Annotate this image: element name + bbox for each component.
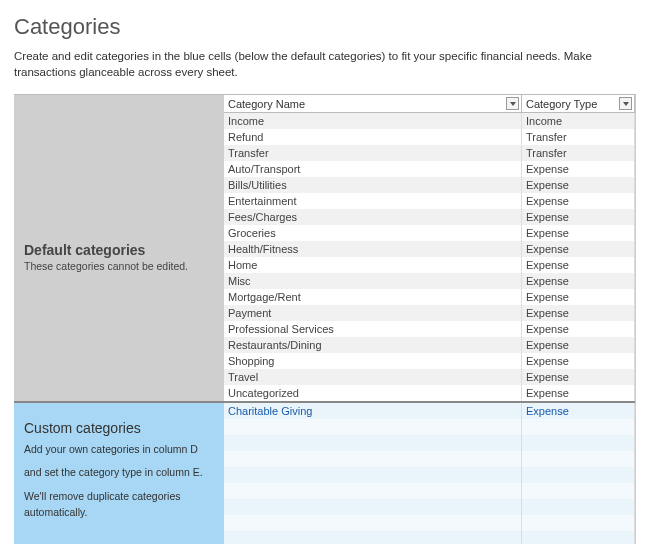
table-row[interactable] bbox=[224, 483, 635, 499]
category-type-cell: Expense bbox=[522, 209, 635, 225]
table-row[interactable] bbox=[224, 531, 635, 544]
table-row[interactable] bbox=[224, 451, 635, 467]
table-row: EntertainmentExpense bbox=[224, 193, 635, 209]
categories-sheet: Default categories These categories cann… bbox=[14, 94, 636, 544]
category-name-cell: Shopping bbox=[224, 353, 522, 369]
category-name-cell[interactable] bbox=[224, 515, 522, 531]
table-row: Restaurants/DiningExpense bbox=[224, 337, 635, 353]
filter-dropdown-icon[interactable] bbox=[506, 97, 519, 110]
category-type-cell[interactable]: Expense bbox=[522, 403, 635, 419]
table-row[interactable]: Charitable GivingExpense bbox=[224, 403, 635, 419]
filter-dropdown-icon[interactable] bbox=[619, 97, 632, 110]
column-header-type-label: Category Type bbox=[526, 98, 597, 110]
category-type-cell[interactable] bbox=[522, 499, 635, 515]
table-row: TravelExpense bbox=[224, 369, 635, 385]
table-row: Mortgage/RentExpense bbox=[224, 289, 635, 305]
custom-categories-title: Custom categories bbox=[24, 420, 214, 436]
category-type-cell[interactable] bbox=[522, 467, 635, 483]
table-row: Auto/TransportExpense bbox=[224, 161, 635, 177]
custom-categories-line2: and set the category type in column E. bbox=[24, 465, 214, 481]
table-row[interactable] bbox=[224, 435, 635, 451]
custom-categories-line1: Add your own categories in column D bbox=[24, 442, 214, 458]
table-row: Health/FitnessExpense bbox=[224, 241, 635, 257]
default-categories-subtitle: These categories cannot be edited. bbox=[24, 260, 214, 272]
category-type-cell: Transfer bbox=[522, 145, 635, 161]
table-row: UncategorizedExpense bbox=[224, 385, 635, 401]
category-name-cell[interactable] bbox=[224, 467, 522, 483]
table-row: Fees/ChargesExpense bbox=[224, 209, 635, 225]
category-name-cell: Fees/Charges bbox=[224, 209, 522, 225]
category-type-cell: Expense bbox=[522, 321, 635, 337]
category-type-cell: Expense bbox=[522, 337, 635, 353]
category-type-cell: Expense bbox=[522, 289, 635, 305]
category-name-cell: Travel bbox=[224, 369, 522, 385]
category-name-cell: Groceries bbox=[224, 225, 522, 241]
column-header-name-label: Category Name bbox=[228, 98, 305, 110]
category-name-cell: Income bbox=[224, 113, 522, 129]
table-row: Professional ServicesExpense bbox=[224, 321, 635, 337]
category-type-cell[interactable] bbox=[522, 483, 635, 499]
category-name-cell: Home bbox=[224, 257, 522, 273]
table-row: TransferTransfer bbox=[224, 145, 635, 161]
intro-text: Create and edit categories in the blue c… bbox=[14, 48, 636, 80]
category-name-cell: Uncategorized bbox=[224, 385, 522, 401]
category-name-cell: Auto/Transport bbox=[224, 161, 522, 177]
category-type-cell[interactable] bbox=[522, 515, 635, 531]
category-name-cell: Payment bbox=[224, 305, 522, 321]
category-name-cell[interactable] bbox=[224, 499, 522, 515]
table-row[interactable] bbox=[224, 499, 635, 515]
category-name-cell[interactable] bbox=[224, 483, 522, 499]
table-row: ShoppingExpense bbox=[224, 353, 635, 369]
category-type-cell[interactable] bbox=[522, 419, 635, 435]
category-name-cell: Bills/Utilities bbox=[224, 177, 522, 193]
table-row: GroceriesExpense bbox=[224, 225, 635, 241]
category-name-cell: Refund bbox=[224, 129, 522, 145]
page-title: Categories bbox=[14, 14, 636, 40]
table-row: RefundTransfer bbox=[224, 129, 635, 145]
category-type-cell[interactable] bbox=[522, 435, 635, 451]
custom-categories-panel: Custom categories Add your own categorie… bbox=[14, 401, 224, 544]
category-type-cell: Expense bbox=[522, 385, 635, 401]
category-type-cell: Expense bbox=[522, 353, 635, 369]
table-row: MiscExpense bbox=[224, 273, 635, 289]
table-row[interactable] bbox=[224, 419, 635, 435]
category-name-cell[interactable] bbox=[224, 451, 522, 467]
category-name-cell: Health/Fitness bbox=[224, 241, 522, 257]
category-type-cell: Expense bbox=[522, 241, 635, 257]
table-row[interactable] bbox=[224, 467, 635, 483]
table-row: PaymentExpense bbox=[224, 305, 635, 321]
category-name-cell[interactable]: Charitable Giving bbox=[224, 403, 522, 419]
table-header-row: Category Name Category Type bbox=[224, 94, 635, 113]
table-row: IncomeIncome bbox=[224, 113, 635, 129]
category-type-cell: Expense bbox=[522, 177, 635, 193]
category-name-cell: Entertainment bbox=[224, 193, 522, 209]
category-name-cell[interactable] bbox=[224, 419, 522, 435]
category-type-cell[interactable] bbox=[522, 451, 635, 467]
category-type-cell: Expense bbox=[522, 193, 635, 209]
table-row: Bills/UtilitiesExpense bbox=[224, 177, 635, 193]
category-name-cell[interactable] bbox=[224, 435, 522, 451]
category-type-cell: Transfer bbox=[522, 129, 635, 145]
category-name-cell: Transfer bbox=[224, 145, 522, 161]
table-row: HomeExpense bbox=[224, 257, 635, 273]
category-type-cell: Expense bbox=[522, 369, 635, 385]
table-row[interactable] bbox=[224, 515, 635, 531]
category-type-cell: Expense bbox=[522, 273, 635, 289]
category-type-cell: Income bbox=[522, 113, 635, 129]
category-name-cell[interactable] bbox=[224, 531, 522, 544]
left-header-spacer bbox=[14, 94, 224, 113]
default-categories-title: Default categories bbox=[24, 242, 214, 258]
custom-categories-line3: We'll remove duplicate categories automa… bbox=[24, 489, 214, 521]
custom-rows: Charitable GivingExpense bbox=[224, 403, 635, 544]
category-name-cell: Mortgage/Rent bbox=[224, 289, 522, 305]
category-type-cell: Expense bbox=[522, 161, 635, 177]
column-header-name[interactable]: Category Name bbox=[224, 95, 522, 112]
default-rows: IncomeIncomeRefundTransferTransferTransf… bbox=[224, 113, 635, 403]
category-name-cell: Misc bbox=[224, 273, 522, 289]
column-header-type[interactable]: Category Type bbox=[522, 95, 635, 112]
category-type-cell: Expense bbox=[522, 305, 635, 321]
category-name-cell: Professional Services bbox=[224, 321, 522, 337]
category-type-cell: Expense bbox=[522, 257, 635, 273]
category-type-cell[interactable] bbox=[522, 531, 635, 544]
category-type-cell: Expense bbox=[522, 225, 635, 241]
